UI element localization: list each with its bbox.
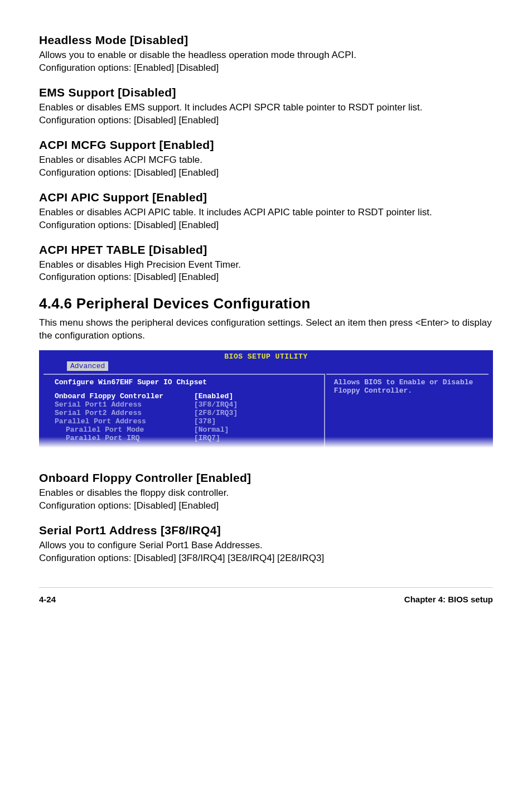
body-line: Enables or disables ACPI APIC table. It … bbox=[39, 207, 432, 218]
body-line: Configuration options: [Disabled] [Enabl… bbox=[39, 272, 219, 282]
bios-setting-label: Parallel Port Address bbox=[55, 417, 194, 426]
bios-setting-row[interactable]: Parallel Port Address[378] bbox=[55, 417, 318, 426]
bios-config-title: Configure Win67EHF Super IO Chipset bbox=[55, 378, 318, 386]
body-line: Configuration options: [Disabled] [Enabl… bbox=[39, 500, 219, 511]
body-ems: Enables or disables EMS support. It incl… bbox=[39, 102, 493, 127]
body-serial1: Allows you to configure Serial Port1 Bas… bbox=[39, 539, 493, 565]
heading-headless: Headless Mode [Disabled] bbox=[39, 33, 493, 47]
section-apic: ACPI APIC Support [Enabled] Enables or d… bbox=[39, 191, 493, 232]
bios-setting-value: [Enabled] bbox=[194, 392, 233, 400]
bios-panel: BIOS SETUP UTILITY Advanced Configure Wi… bbox=[39, 350, 493, 449]
footer-chapter: Chapter 4: BIOS setup bbox=[404, 595, 493, 604]
body-line: Enables or disables ACPI MCFG table. bbox=[39, 154, 202, 165]
bios-left-pane: Configure Win67EHF Super IO Chipset Onbo… bbox=[43, 374, 325, 448]
heading-serial1: Serial Port1 Address [3F8/IRQ4] bbox=[39, 524, 493, 537]
bios-setting-label: Serial Port2 Address bbox=[55, 409, 194, 417]
major-body: This menu shows the peripheral devices c… bbox=[39, 317, 493, 342]
bios-setting-value: [378] bbox=[194, 417, 216, 426]
body-mcfg: Enables or disables ACPI MCFG table. Con… bbox=[39, 154, 493, 180]
page-footer: 4-24 Chapter 4: BIOS setup bbox=[39, 587, 493, 604]
bios-setting-row[interactable]: Serial Port2 Address[2F8/IRQ3] bbox=[55, 409, 318, 417]
footer-page-number: 4-24 bbox=[39, 595, 56, 604]
body-line: Enables or disables High Precision Event… bbox=[39, 259, 241, 270]
bios-tab-row: Advanced bbox=[39, 362, 493, 370]
body-line: Allows you to enable or disable the head… bbox=[39, 50, 356, 60]
heading-floppy: Onboard Floppy Controller [Enabled] bbox=[39, 471, 493, 485]
body-line: Enables or disables the floppy disk cont… bbox=[39, 487, 229, 498]
bios-setting-label: Onboard Floppy Controller bbox=[55, 392, 194, 400]
section-floppy: Onboard Floppy Controller [Enabled] Enab… bbox=[39, 471, 493, 513]
section-headless: Headless Mode [Disabled] Allows you to e… bbox=[39, 33, 493, 75]
bios-setting-label: Parallel Port Mode bbox=[55, 426, 194, 434]
bios-help-pane: Allows BIOS to Enable or Disable Floppy … bbox=[326, 374, 489, 448]
major-heading: 4.4.6 Peripheral Devices Configuration bbox=[39, 295, 493, 312]
bios-setting-value: [IRQ7] bbox=[194, 434, 220, 442]
bios-tab-advanced[interactable]: Advanced bbox=[67, 361, 108, 371]
body-headless: Allows you to enable or disable the head… bbox=[39, 49, 493, 75]
body-line: Allows you to configure Serial Port1 Bas… bbox=[39, 540, 263, 550]
heading-hpet: ACPI HPET TABLE [Disabled] bbox=[39, 243, 493, 257]
heading-mcfg: ACPI MCFG Support [Enabled] bbox=[39, 138, 493, 152]
section-serial1: Serial Port1 Address [3F8/IRQ4] Allows y… bbox=[39, 524, 493, 565]
bios-setting-label: Serial Port1 Address bbox=[55, 400, 194, 409]
body-line: Configuration options: [Disabled] [3F8/I… bbox=[39, 553, 324, 563]
bios-setting-label: Parallel Port IRQ bbox=[55, 434, 194, 442]
body-line: Configuration options: [Disabled] [Enabl… bbox=[39, 167, 219, 178]
bios-setting-value: [3F8/IRQ4] bbox=[194, 400, 238, 409]
body-line: Configuration options: [Disabled] [Enabl… bbox=[39, 115, 219, 125]
body-line: Enables or disables EMS support. It incl… bbox=[39, 102, 423, 113]
body-line: Configuration options: [Enabled] [Disabl… bbox=[39, 62, 219, 73]
heading-ems: EMS Support [Disabled] bbox=[39, 86, 493, 99]
bios-setting-value: [2F8/IRQ3] bbox=[194, 409, 238, 417]
bios-content: Configure Win67EHF Super IO Chipset Onbo… bbox=[39, 370, 493, 449]
section-ems: EMS Support [Disabled] Enables or disabl… bbox=[39, 86, 493, 127]
section-mcfg: ACPI MCFG Support [Enabled] Enables or d… bbox=[39, 138, 493, 180]
bios-setting-value: [Normal] bbox=[194, 426, 229, 434]
bios-setting-row[interactable]: Serial Port1 Address[3F8/IRQ4] bbox=[55, 400, 318, 409]
body-floppy: Enables or disables the floppy disk cont… bbox=[39, 487, 493, 513]
section-hpet: ACPI HPET TABLE [Disabled] Enables or di… bbox=[39, 243, 493, 284]
body-line: Configuration options: [Disabled] [Enabl… bbox=[39, 220, 219, 230]
body-hpet: Enables or disables High Precision Event… bbox=[39, 259, 493, 284]
body-apic: Enables or disables ACPI APIC table. It … bbox=[39, 206, 493, 232]
heading-apic: ACPI APIC Support [Enabled] bbox=[39, 191, 493, 204]
bios-setting-row[interactable]: Parallel Port IRQ[IRQ7] bbox=[55, 434, 318, 442]
bios-title: BIOS SETUP UTILITY bbox=[39, 350, 493, 361]
bios-setting-row[interactable]: Parallel Port Mode[Normal] bbox=[55, 426, 318, 434]
bios-setting-row[interactable]: Onboard Floppy Controller[Enabled] bbox=[55, 392, 318, 400]
